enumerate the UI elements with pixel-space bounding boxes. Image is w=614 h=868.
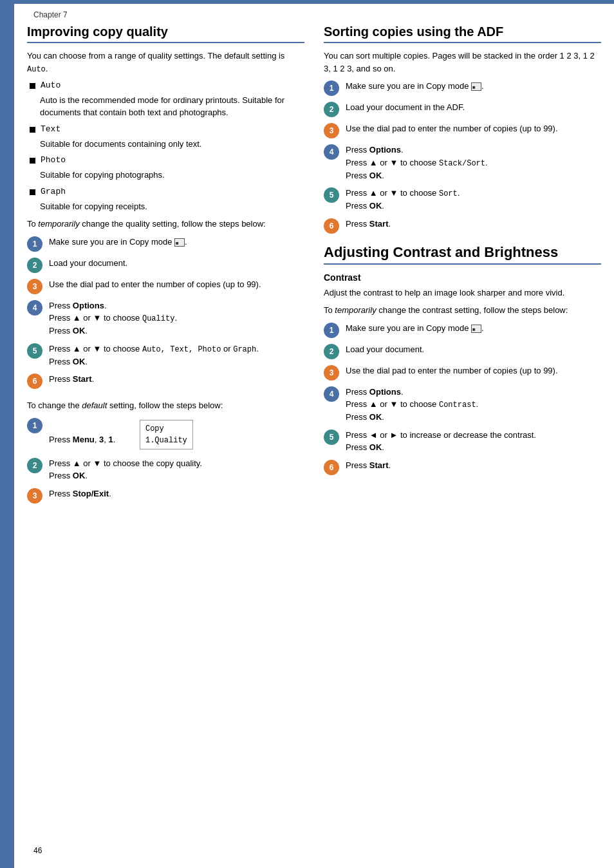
contrast-step-5-text: Press ◄ or ► to increase or decrease the… xyxy=(346,429,601,454)
contrast-step-circle-3: 3 xyxy=(324,365,339,381)
default-step-1-text: Press Menu, 3, 1. Copy1.Quality xyxy=(49,417,304,452)
temp-quality-intro: To temporarily change the quality settin… xyxy=(27,218,304,231)
bullet-square-icon xyxy=(30,127,35,133)
contrast-step-circle-6: 6 xyxy=(324,460,339,475)
step-1-text: Make sure you are in Copy mode ■. xyxy=(49,236,304,249)
bullet-graph: Graph xyxy=(27,187,304,196)
contrast-step-3: 3 Use the dial pad to enter the number o… xyxy=(324,364,601,381)
step-circle-6: 6 xyxy=(27,373,42,389)
menu-display-box: Copy1.Quality xyxy=(140,420,193,449)
contrast-intro: Adjust the contrast to help an image loo… xyxy=(324,287,601,299)
sort-step-3-text: Use the dial pad to enter the number of … xyxy=(346,122,601,135)
default-step-3: 3 Press Stop/Exit. xyxy=(27,487,304,504)
sort-step-circle-4: 4 xyxy=(324,144,339,160)
sort-step-6: 6 Press Start. xyxy=(324,218,601,234)
contrast-step-circle-1: 1 xyxy=(324,323,339,338)
sort-step-5: 5 Press ▲ or ▼ to choose Sort.Press OK. xyxy=(324,187,601,212)
sort-step-1: 1 Make sure you are in Copy mode ■. xyxy=(324,80,601,96)
sort-step-4: 4 Press Options.Press ▲ or ▼ to choose S… xyxy=(324,144,601,182)
step-2-text: Load your document. xyxy=(49,257,304,270)
sort-step-3: 3 Use the dial pad to enter the number o… xyxy=(324,122,601,138)
contrast-step-4-text: Press Options.Press ▲ or ▼ to choose Con… xyxy=(346,386,601,424)
contrast-step-2-text: Load your document. xyxy=(346,343,601,356)
sort-step-circle-2: 2 xyxy=(324,102,339,117)
temp-step-5: 5 Press ▲ or ▼ to choose Auto, Text, Pho… xyxy=(27,343,304,368)
sort-step-2-text: Load your document in the ADF. xyxy=(346,101,601,114)
default-step-circle-3: 3 xyxy=(27,488,42,504)
sorting-copies-title: Sorting copies using the ADF xyxy=(324,24,601,43)
contrast-step-6: 6 Press Start. xyxy=(324,459,601,475)
step-6-text: Press Start. xyxy=(49,373,304,386)
default-step-2: 2 Press ▲ or ▼ to choose the copy qualit… xyxy=(27,457,304,482)
contrast-step-3-text: Use the dial pad to enter the number of … xyxy=(346,364,601,377)
sort-step-circle-1: 1 xyxy=(324,80,339,96)
improving-copy-quality-title: Improving copy quality xyxy=(27,24,304,43)
bullet-square-icon xyxy=(30,189,35,195)
bullet-square-icon xyxy=(30,158,35,164)
left-sidebar-bar xyxy=(0,0,14,868)
step-circle-1: 1 xyxy=(27,236,42,252)
contrast-step-5: 5 Press ◄ or ► to increase or decrease t… xyxy=(324,429,601,454)
right-column: Sorting copies using the ADF You can sor… xyxy=(324,24,601,509)
contrast-step-circle-5: 5 xyxy=(324,429,339,445)
step-circle-5: 5 xyxy=(27,343,42,359)
bullet-graph-label: Graph xyxy=(41,187,66,196)
sort-step-circle-6: 6 xyxy=(324,218,339,234)
bullet-auto: Auto xyxy=(27,80,304,90)
temp-step-2: 2 Load your document. xyxy=(27,257,304,273)
contrast-step-circle-2: 2 xyxy=(324,344,339,359)
bullet-photo-desc: Suitable for copying photographs. xyxy=(40,169,304,182)
step-circle-2: 2 xyxy=(27,258,42,273)
sort-step-circle-5: 5 xyxy=(324,187,339,203)
sorting-intro: You can sort multiple copies. Pages will… xyxy=(324,50,601,75)
sort-step-5-text: Press ▲ or ▼ to choose Sort.Press OK. xyxy=(346,187,601,212)
bullet-text: Text xyxy=(27,124,304,134)
intro-text: You can choose from a range of quality s… xyxy=(27,50,304,75)
sort-step-6-text: Press Start. xyxy=(346,218,601,231)
bullet-text-desc: Suitable for documents containing only t… xyxy=(40,138,304,151)
step-3-text: Use the dial pad to enter the number of … xyxy=(49,278,304,291)
page-number: 46 xyxy=(33,846,42,855)
default-step-2-text: Press ▲ or ▼ to choose the copy quality.… xyxy=(49,457,304,482)
temp-step-1: 1 Make sure you are in Copy mode ■. xyxy=(27,236,304,252)
step-circle-3: 3 xyxy=(27,279,42,294)
default-step-3-text: Press Stop/Exit. xyxy=(49,487,304,500)
contrast-step-2: 2 Load your document. xyxy=(324,343,601,359)
bullet-auto-label: Auto xyxy=(41,80,60,90)
contrast-step-6-text: Press Start. xyxy=(346,459,601,472)
sort-step-4-text: Press Options.Press ▲ or ▼ to choose Sta… xyxy=(346,144,601,182)
bullet-square-icon xyxy=(30,83,35,89)
contrast-step-1: 1 Make sure you are in Copy mode ■. xyxy=(324,322,601,338)
contrast-brightness-title: Adjusting Contrast and Brightness xyxy=(324,244,601,265)
contrast-step-4: 4 Press Options.Press ▲ or ▼ to choose C… xyxy=(324,386,601,424)
intro-mono: Auto xyxy=(27,65,46,74)
temp-step-6: 6 Press Start. xyxy=(27,373,304,389)
contrast-step-1-text: Make sure you are in Copy mode ■. xyxy=(346,322,601,335)
default-step-circle-1: 1 xyxy=(27,418,42,433)
sort-step-1-text: Make sure you are in Copy mode ■. xyxy=(346,80,601,93)
temp-step-4: 4 Press Options.Press ▲ or ▼ to choose Q… xyxy=(27,299,304,337)
step-4-text: Press Options.Press ▲ or ▼ to choose Qua… xyxy=(49,299,304,337)
step-circle-4: 4 xyxy=(27,300,42,316)
left-column: Improving copy quality You can choose fr… xyxy=(27,24,304,509)
step-5-text: Press ▲ or ▼ to choose Auto, Text, Photo… xyxy=(49,343,304,368)
default-step-circle-2: 2 xyxy=(27,458,42,473)
bullet-graph-desc: Suitable for copying receipts. xyxy=(40,200,304,213)
bullet-photo-label: Photo xyxy=(41,155,66,165)
default-step-1: 1 Press Menu, 3, 1. Copy1.Quality xyxy=(27,417,304,452)
bullet-auto-desc: Auto is the recommended mode for ordinar… xyxy=(40,94,304,119)
chapter-label: Chapter 7 xyxy=(14,4,614,24)
sort-step-2: 2 Load your document in the ADF. xyxy=(324,101,601,117)
contrast-step-circle-4: 4 xyxy=(324,386,339,402)
sort-step-circle-3: 3 xyxy=(324,123,339,138)
contrast-temp-intro: To temporarily change the contrast setti… xyxy=(324,304,601,317)
bullet-text-label: Text xyxy=(41,124,60,134)
default-quality-intro: To change the default setting, follow th… xyxy=(27,399,304,412)
contrast-subheading: Contrast xyxy=(324,272,601,283)
temp-step-3: 3 Use the dial pad to enter the number o… xyxy=(27,278,304,294)
bullet-photo: Photo xyxy=(27,155,304,165)
